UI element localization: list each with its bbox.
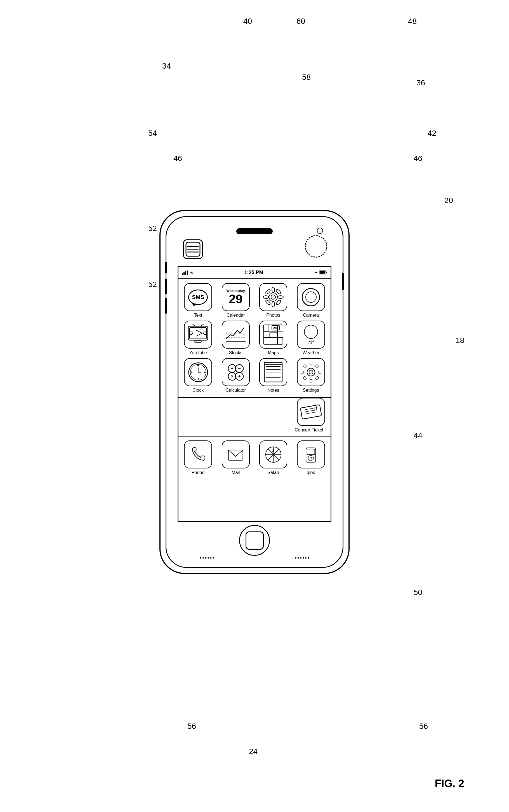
app-maps[interactable]: 280 Map [256, 321, 291, 355]
svg-rect-38 [270, 332, 277, 337]
svg-text:+: + [231, 366, 233, 371]
svg-rect-71 [301, 371, 304, 373]
empty-slot-1 [181, 398, 216, 433]
app-ipod[interactable]: Ipod [294, 440, 329, 475]
ref-52a: 52 [148, 224, 157, 233]
status-right-icons: ✦ [314, 270, 327, 275]
ipod-label: Ipod [307, 470, 315, 475]
svg-rect-6 [320, 271, 326, 274]
dot [212, 557, 214, 559]
empty-slot-2 [218, 398, 253, 433]
phone-icon-img[interactable] [184, 440, 212, 468]
app-photos[interactable]: Photos [256, 283, 291, 318]
clock-label: Clock [193, 388, 204, 393]
camera-icon-img[interactable] [297, 283, 325, 311]
svg-point-10 [272, 302, 275, 307]
dot [305, 557, 307, 559]
svg-text:12: 12 [197, 364, 199, 367]
app-clock[interactable]: 12 6 9 3 Clock [181, 358, 216, 393]
notes-icon-img[interactable] [259, 358, 287, 386]
stocks-icon-img[interactable] [222, 321, 250, 349]
app-phone[interactable]: Phone [181, 440, 216, 475]
svg-point-68 [309, 370, 313, 374]
mail-icon-img[interactable] [222, 440, 250, 468]
app-calculator[interactable]: + − × ÷ Calculator [218, 358, 253, 393]
weather-circle [304, 325, 318, 339]
clock-icon-img[interactable]: 12 6 9 3 [184, 358, 212, 386]
photos-icon-img[interactable] [259, 283, 287, 311]
dot [200, 557, 201, 559]
volume-up-btn[interactable] [165, 279, 167, 294]
phone-label: Phone [192, 470, 204, 475]
dock: Phone Mail [178, 436, 331, 479]
svg-rect-72 [318, 371, 321, 373]
svg-rect-90 [306, 448, 316, 462]
top-camera [317, 228, 323, 234]
svg-point-8 [271, 295, 275, 299]
svg-text:−: − [238, 366, 240, 371]
settings-icon-img[interactable] [297, 358, 325, 386]
app-weather[interactable]: 73° Weather [294, 321, 329, 355]
app-settings[interactable]: Settings [294, 358, 329, 393]
ipod-icon-img[interactable] [297, 440, 325, 468]
svg-rect-39 [278, 338, 283, 344]
svg-rect-73 [303, 365, 307, 368]
svg-line-81 [315, 407, 315, 411]
svg-point-92 [308, 455, 313, 461]
ref-42: 42 [428, 129, 436, 138]
cal-date: 29 [229, 293, 242, 305]
app-safari[interactable]: Safari [256, 440, 291, 475]
svg-rect-37 [264, 325, 269, 332]
ref-50: 50 [414, 588, 422, 597]
calendar-icon-img[interactable]: Wednesday 29 [222, 283, 250, 311]
ref-24: 24 [249, 747, 258, 756]
youtube-label: YouTube [189, 350, 207, 355]
svg-rect-17 [188, 326, 208, 340]
silent-btn[interactable] [165, 262, 167, 273]
dot [300, 557, 302, 559]
calculator-label: Calculator [226, 388, 246, 393]
app-calendar[interactable]: Wednesday 29 Calendar [218, 283, 253, 318]
ref-56a: 56 [188, 722, 196, 731]
svg-line-80 [304, 412, 315, 414]
ref-34: 34 [162, 62, 171, 70]
dot [207, 557, 209, 559]
page: FIG. 2 40 60 48 34 58 36 54 42 46 46 52 … [0, 0, 509, 812]
safari-icon-img[interactable] [259, 440, 287, 468]
home-button-inner [245, 531, 264, 550]
power-btn[interactable] [342, 273, 344, 290]
volume-down-btn[interactable] [165, 298, 167, 314]
app-camera[interactable]: Camera [294, 283, 329, 318]
bluetooth-icon: ✦ [314, 270, 318, 275]
svg-text:9: 9 [191, 371, 192, 374]
extra-app-row: Concert Ticket + [178, 398, 331, 436]
camera-circle [302, 288, 320, 306]
dashed-circle-36 [305, 235, 327, 258]
app-notes[interactable]: Notes [256, 358, 291, 393]
concert-icon-img[interactable] [297, 398, 325, 426]
home-button[interactable] [239, 525, 270, 556]
weather-icon-img[interactable]: 73° [297, 321, 325, 349]
ref-18: 18 [455, 336, 464, 345]
safari-label: Safari [267, 470, 279, 475]
text-icon-img[interactable]: SMS [184, 283, 212, 311]
svg-point-11 [263, 296, 269, 299]
youtube-icon-img[interactable] [184, 321, 212, 349]
stocks-label: Stocks [229, 350, 242, 355]
app-text[interactable]: SMS Text [181, 283, 216, 318]
app-youtube[interactable]: YouTube [181, 321, 216, 355]
concert-label: Concert Ticket + [295, 428, 327, 433]
app-stocks[interactable]: Stocks [218, 321, 253, 355]
app-concert[interactable]: Concert Ticket + [294, 398, 329, 433]
ref-54: 54 [148, 129, 157, 138]
svg-point-15 [276, 289, 282, 294]
dot [295, 557, 297, 559]
app-mail[interactable]: Mail [218, 440, 253, 475]
maps-icon-img[interactable]: 280 [259, 321, 287, 349]
svg-point-24 [204, 332, 206, 335]
svg-point-93 [310, 457, 312, 459]
svg-point-16 [265, 299, 271, 305]
phone-inner: ∿ 1:25 PM ✦ [166, 216, 343, 568]
svg-line-79 [305, 410, 316, 412]
calculator-icon-img[interactable]: + − × ÷ [222, 358, 250, 386]
